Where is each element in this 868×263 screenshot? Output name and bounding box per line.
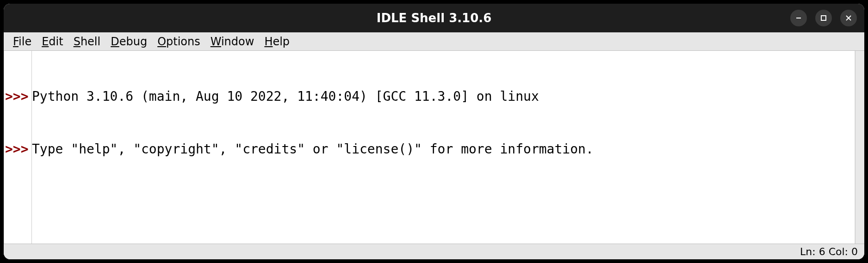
svg-rect-1 [821, 16, 826, 20]
shell-empty-line [32, 193, 855, 211]
menu-shell[interactable]: Shell [69, 33, 105, 50]
close-icon [845, 14, 852, 22]
shell-text-area[interactable]: Python 3.10.6 (main, Aug 10 2022, 11:40:… [31, 51, 855, 244]
menu-options[interactable]: Options [153, 33, 205, 50]
gutter-line [5, 70, 31, 88]
minimize-icon [795, 14, 802, 22]
window-controls [790, 10, 857, 26]
menu-help[interactable]: Help [260, 33, 294, 50]
shell-content[interactable]: >>> >>> Python 3.10.6 (main, Aug 10 2022… [4, 51, 864, 244]
shell-banner-line: Type "help", "copyright", "credits" or "… [32, 141, 855, 158]
prompt-gutter: >>> >>> [4, 51, 31, 244]
close-button[interactable] [840, 10, 857, 26]
menu-debug[interactable]: Debug [106, 33, 152, 50]
menu-edit[interactable]: Edit [37, 33, 68, 50]
menu-window[interactable]: Window [206, 33, 259, 50]
cursor-position: Ln: 6 Col: 0 [800, 246, 858, 257]
menubar: File Edit Shell Debug Options Window Hel… [4, 32, 864, 51]
gutter-prompt: >>> [5, 88, 31, 105]
titlebar: IDLE Shell 3.10.6 [4, 4, 864, 32]
shell-banner-line: Python 3.10.6 (main, Aug 10 2022, 11:40:… [32, 88, 855, 105]
gutter-line [5, 123, 31, 141]
idle-shell-window: IDLE Shell 3.10.6 File Edit Shell Debug … [4, 4, 864, 259]
statusbar: Ln: 6 Col: 0 [4, 244, 864, 259]
gutter-line [5, 53, 31, 70]
maximize-button[interactable] [815, 10, 832, 26]
minimize-button[interactable] [790, 10, 807, 26]
vertical-scrollbar[interactable] [855, 51, 864, 244]
menu-file[interactable]: File [8, 33, 36, 50]
gutter-line [5, 105, 31, 123]
gutter-prompt: >>> [5, 141, 31, 158]
window-title: IDLE Shell 3.10.6 [377, 11, 492, 25]
maximize-icon [820, 14, 827, 22]
